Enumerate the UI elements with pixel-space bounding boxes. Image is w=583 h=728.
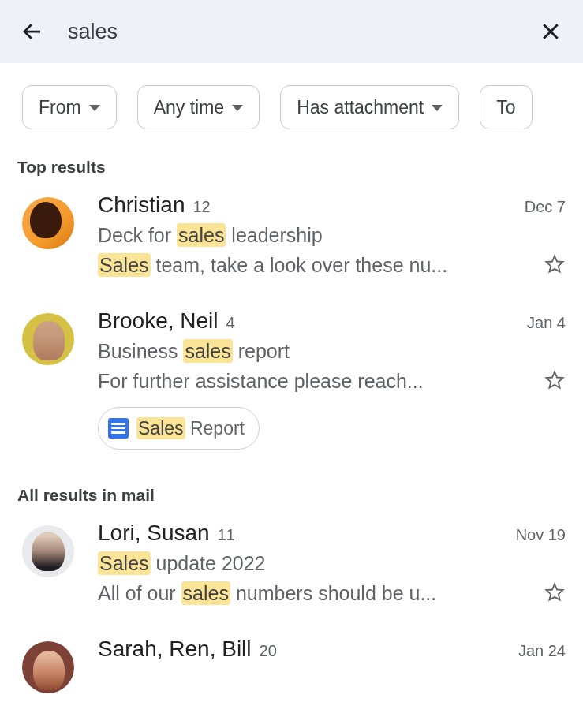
email-date: Jan 4 xyxy=(527,314,566,332)
close-icon xyxy=(539,20,562,43)
star-button[interactable] xyxy=(544,369,566,394)
thread-count: 12 xyxy=(192,198,210,216)
thread-count: 11 xyxy=(218,526,235,544)
back-button[interactable] xyxy=(17,17,47,47)
google-doc-icon xyxy=(108,418,129,439)
star-outline-icon xyxy=(544,581,566,603)
chip-label: Has attachment xyxy=(297,97,424,118)
email-result-row[interactable]: Christian 12 Dec 7 Deck for sales leader… xyxy=(0,192,583,308)
filter-chip-has-attachment[interactable]: Has attachment xyxy=(280,85,459,129)
email-result-row[interactable]: Sarah, Ren, Bill 20 Jan 24 xyxy=(0,637,583,722)
avatar xyxy=(22,197,74,249)
sender-name: Christian xyxy=(98,192,185,218)
email-date: Nov 19 xyxy=(516,526,566,544)
thread-count: 20 xyxy=(260,642,277,660)
filter-chips-row: From Any time Has attachment To xyxy=(0,65,583,150)
chip-label: To xyxy=(496,97,515,118)
attachment-chip[interactable]: Sales Report xyxy=(98,407,260,450)
sender-name: Sarah, Ren, Bill xyxy=(98,637,252,662)
chevron-down-icon xyxy=(232,105,243,111)
filter-chip-to[interactable]: To xyxy=(480,85,532,129)
filter-chip-anytime[interactable]: Any time xyxy=(137,85,260,129)
search-input[interactable] xyxy=(68,20,515,44)
chevron-down-icon xyxy=(432,105,443,111)
attachment-name: Sales Report xyxy=(136,418,245,439)
email-subject: Sales update 2022 xyxy=(98,549,566,579)
star-button[interactable] xyxy=(544,253,566,278)
chevron-down-icon xyxy=(89,105,100,111)
avatar xyxy=(22,313,74,365)
email-date: Jan 24 xyxy=(518,642,566,660)
star-button[interactable] xyxy=(544,581,566,606)
email-result-row[interactable]: Lori, Susan 11 Nov 19 Sales update 2022 … xyxy=(0,521,583,637)
avatar xyxy=(22,641,74,693)
email-snippet: Sales team, take a look over these nu... xyxy=(98,251,533,281)
back-arrow-icon xyxy=(21,20,44,43)
avatar xyxy=(22,525,74,577)
email-result-row[interactable]: Brooke, Neil 4 Jan 4 Business sales repo… xyxy=(0,308,583,478)
sender-name: Lori, Susan xyxy=(98,521,210,546)
section-header-all-results: All results in mail xyxy=(0,478,583,521)
email-snippet: All of our sales numbers should be u... xyxy=(98,579,533,609)
chip-label: Any time xyxy=(154,97,224,118)
email-subject: Business sales report xyxy=(98,337,566,367)
thread-count: 4 xyxy=(226,314,235,332)
section-header-top-results: Top results xyxy=(0,150,583,192)
chip-label: From xyxy=(39,97,81,118)
email-snippet: For further assistance please reach... xyxy=(98,367,533,397)
filter-chip-from[interactable]: From xyxy=(22,85,117,129)
sender-name: Brooke, Neil xyxy=(98,308,219,334)
email-subject: Deck for sales leadership xyxy=(98,221,566,251)
email-date: Dec 7 xyxy=(525,198,566,216)
search-bar xyxy=(0,0,583,63)
star-outline-icon xyxy=(544,253,566,275)
clear-search-button[interactable] xyxy=(536,17,566,47)
star-outline-icon xyxy=(544,369,566,391)
